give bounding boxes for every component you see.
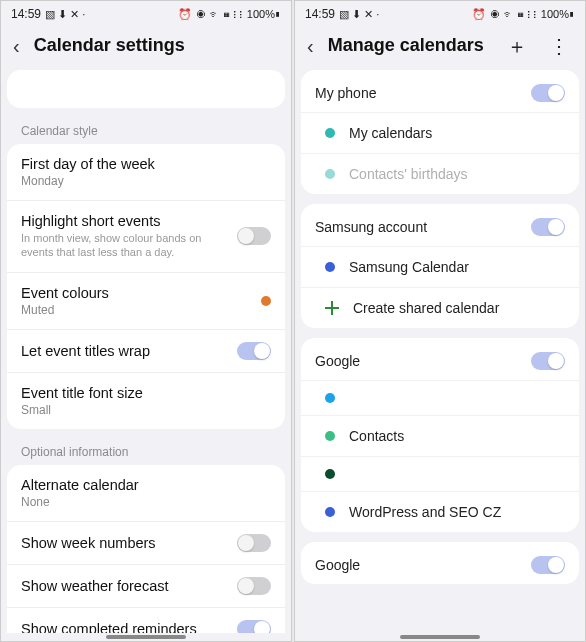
plus-icon xyxy=(325,301,339,315)
calendar-item-contacts[interactable]: Contacts xyxy=(301,415,579,456)
value: None xyxy=(21,495,271,509)
group-label: Google xyxy=(315,557,519,573)
calendar-label: Samsung Calendar xyxy=(349,259,565,275)
row-titles-wrap[interactable]: Let event titles wrap xyxy=(7,330,285,373)
status-left-icons: ▧ ⬇ ✕ · xyxy=(339,8,379,21)
calendar-item-samsung-calendar[interactable]: Samsung Calendar xyxy=(301,246,579,287)
toggle-group-google-2[interactable] xyxy=(531,556,565,574)
group-google-1: Google Contacts WordPress and SEO CZ xyxy=(301,338,579,532)
calendar-label: WordPress and SEO CZ xyxy=(349,504,565,520)
value: Small xyxy=(21,403,271,417)
label: Highlight short events xyxy=(21,213,225,229)
value: Monday xyxy=(21,174,271,188)
calendar-item-wordpress[interactable]: WordPress and SEO CZ xyxy=(301,491,579,532)
row-first-day[interactable]: First day of the week Monday xyxy=(7,144,285,201)
row-alternate-calendar[interactable]: Alternate calendar None xyxy=(7,465,285,522)
calendar-colour-icon xyxy=(325,393,335,403)
calendar-colour-icon xyxy=(325,507,335,517)
calendar-label: Contacts xyxy=(349,428,565,444)
group-label: My phone xyxy=(315,85,519,101)
toggle-group-samsung[interactable] xyxy=(531,218,565,236)
row-week-numbers[interactable]: Show week numbers xyxy=(7,522,285,565)
status-bar: 14:59 ▧ ⬇ ✕ · ⏰ ⦿ ᯤ ▦ ⫶⫶ 100%▮ xyxy=(1,1,291,23)
label: Create shared calendar xyxy=(353,300,565,316)
label: Show week numbers xyxy=(21,535,225,551)
row-weather[interactable]: Show weather forecast xyxy=(7,565,285,608)
add-button[interactable]: ＋ xyxy=(503,36,531,56)
calendar-colour-icon xyxy=(325,128,335,138)
row-font-size[interactable]: Event title font size Small xyxy=(7,373,285,429)
toggle-highlight-short[interactable] xyxy=(237,227,271,245)
group-samsung-account: Samsung account Samsung Calendar Create … xyxy=(301,204,579,328)
label: Event colours xyxy=(21,285,249,301)
back-icon[interactable]: ‹ xyxy=(13,36,20,56)
app-bar: ‹ Calendar settings xyxy=(1,23,291,70)
row-completed-reminders[interactable]: Show completed reminders xyxy=(7,608,285,633)
calendar-item[interactable] xyxy=(301,456,579,491)
colour-dot-icon xyxy=(261,296,271,306)
settings-list[interactable]: Calendar style First day of the week Mon… xyxy=(1,70,291,633)
calendar-colour-icon xyxy=(325,169,335,179)
label: Show completed reminders xyxy=(21,621,225,633)
create-shared-calendar[interactable]: Create shared calendar xyxy=(301,287,579,328)
calendar-colour-icon xyxy=(325,431,335,441)
label: Show weather forecast xyxy=(21,578,225,594)
calendar-list[interactable]: My phone My calendars Contacts' birthday… xyxy=(295,70,585,633)
label: Let event titles wrap xyxy=(21,343,225,359)
label: Event title font size xyxy=(21,385,271,401)
blank-card xyxy=(7,70,285,108)
calendar-colour-icon xyxy=(325,469,335,479)
calendar-label: Contacts' birthdays xyxy=(349,166,565,182)
row-event-colours[interactable]: Event colours Muted xyxy=(7,273,285,330)
toggle-week-numbers[interactable] xyxy=(237,534,271,552)
label: First day of the week xyxy=(21,156,271,172)
description: In month view, show colour bands on even… xyxy=(21,231,225,260)
status-time: 14:59 xyxy=(305,7,335,21)
label: Alternate calendar xyxy=(21,477,271,493)
home-indicator[interactable] xyxy=(106,635,186,639)
value: Muted xyxy=(21,303,249,317)
row-highlight-short[interactable]: Highlight short events In month view, sh… xyxy=(7,201,285,273)
home-indicator[interactable] xyxy=(400,635,480,639)
calendar-item[interactable] xyxy=(301,380,579,415)
toggle-completed[interactable] xyxy=(237,620,271,633)
app-bar: ‹ Manage calendars ＋ ⋮ xyxy=(295,23,585,70)
group-google-2: Google xyxy=(301,542,579,584)
calendar-colour-icon xyxy=(325,262,335,272)
toggle-group-google-1[interactable] xyxy=(531,352,565,370)
section-calendar-style: Calendar style xyxy=(7,118,285,144)
calendar-label: My calendars xyxy=(349,125,565,141)
status-right-icons: ⏰ ⦿ ᯤ ▦ ⫶⫶ 100%▮ xyxy=(178,8,281,21)
page-title: Calendar settings xyxy=(34,35,279,56)
back-icon[interactable]: ‹ xyxy=(307,36,314,56)
toggle-titles-wrap[interactable] xyxy=(237,342,271,360)
group-label: Samsung account xyxy=(315,219,519,235)
status-right-icons: ⏰ ⦿ ᯤ ▦ ⫶⫶ 100%▮ xyxy=(472,8,575,21)
group-label: Google xyxy=(315,353,519,369)
group-my-phone: My phone My calendars Contacts' birthday… xyxy=(301,70,579,194)
status-bar: 14:59 ▧ ⬇ ✕ · ⏰ ⦿ ᯤ ▦ ⫶⫶ 100%▮ xyxy=(295,1,585,23)
status-time: 14:59 xyxy=(11,7,41,21)
section-optional-info: Optional information xyxy=(7,439,285,465)
page-title: Manage calendars xyxy=(328,35,489,56)
more-menu-icon[interactable]: ⋮ xyxy=(545,36,573,56)
calendar-item-contacts-birthdays[interactable]: Contacts' birthdays xyxy=(301,153,579,194)
calendar-item-my-calendars[interactable]: My calendars xyxy=(301,112,579,153)
screen-manage-calendars: 14:59 ▧ ⬇ ✕ · ⏰ ⦿ ᯤ ▦ ⫶⫶ 100%▮ ‹ Manage … xyxy=(294,0,586,642)
screen-calendar-settings: 14:59 ▧ ⬇ ✕ · ⏰ ⦿ ᯤ ▦ ⫶⫶ 100%▮ ‹ Calenda… xyxy=(0,0,292,642)
toggle-group-my-phone[interactable] xyxy=(531,84,565,102)
toggle-weather[interactable] xyxy=(237,577,271,595)
status-left-icons: ▧ ⬇ ✕ · xyxy=(45,8,85,21)
